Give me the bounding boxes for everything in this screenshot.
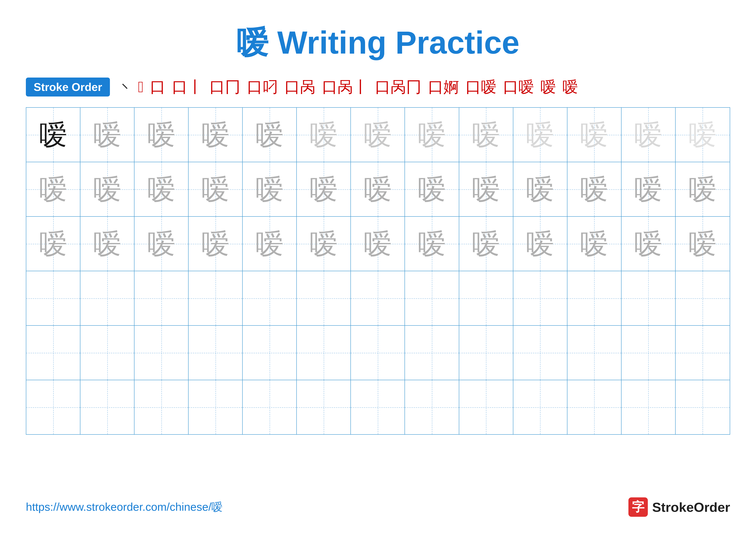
grid-cell-0-10[interactable]: 嗳 — [567, 108, 622, 162]
grid-cell-3-4[interactable] — [243, 271, 297, 325]
grid-cell-0-7[interactable]: 嗳 — [405, 108, 459, 162]
grid-cell-5-10[interactable] — [567, 380, 622, 434]
cell-char-1-12: 嗳 — [688, 175, 716, 203]
stroke-step-3: 口丨 — [172, 79, 203, 95]
grid-cell-4-5[interactable] — [297, 326, 351, 380]
cell-char-1-6: 嗳 — [364, 175, 392, 203]
grid-cell-3-7[interactable] — [405, 271, 459, 325]
grid-cell-3-1[interactable] — [80, 271, 134, 325]
grid-cell-1-4[interactable]: 嗳 — [243, 162, 297, 216]
grid-cell-2-7[interactable]: 嗳 — [405, 217, 459, 271]
grid-cell-4-0[interactable] — [26, 326, 80, 380]
grid-cell-4-10[interactable] — [567, 326, 622, 380]
grid-cell-4-4[interactable] — [243, 326, 297, 380]
grid-cell-1-8[interactable]: 嗳 — [459, 162, 513, 216]
grid-cell-0-1[interactable]: 嗳 — [80, 108, 134, 162]
grid-cell-0-2[interactable]: 嗳 — [134, 108, 189, 162]
grid-cell-4-12[interactable] — [676, 326, 730, 380]
grid-cell-2-10[interactable]: 嗳 — [567, 217, 622, 271]
grid-row-0[interactable]: 嗳嗳嗳嗳嗳嗳嗳嗳嗳嗳嗳嗳嗳 — [26, 108, 730, 162]
cell-char-2-12: 嗳 — [688, 230, 716, 258]
grid-cell-4-6[interactable] — [351, 326, 405, 380]
grid-row-5[interactable] — [26, 380, 730, 434]
footer-url[interactable]: https://www.strokeorder.com/chinese/嗳 — [26, 499, 223, 515]
grid-cell-5-7[interactable] — [405, 380, 459, 434]
grid-cell-2-4[interactable]: 嗳 — [243, 217, 297, 271]
grid-cell-5-9[interactable] — [513, 380, 567, 434]
grid-cell-0-3[interactable]: 嗳 — [189, 108, 243, 162]
cell-char-2-8: 嗳 — [472, 230, 500, 258]
grid-row-1[interactable]: 嗳嗳嗳嗳嗳嗳嗳嗳嗳嗳嗳嗳嗳 — [26, 162, 730, 217]
grid-cell-5-2[interactable] — [134, 380, 189, 434]
grid-cell-5-11[interactable] — [622, 380, 676, 434]
grid-cell-4-8[interactable] — [459, 326, 513, 380]
grid-cell-0-11[interactable]: 嗳 — [622, 108, 676, 162]
grid-cell-1-12[interactable]: 嗳 — [676, 162, 730, 216]
stroke-step-2: 口 — [150, 79, 166, 95]
grid-cell-2-9[interactable]: 嗳 — [513, 217, 567, 271]
grid-cell-2-12[interactable]: 嗳 — [676, 217, 730, 271]
grid-cell-5-0[interactable] — [26, 380, 80, 434]
grid-cell-5-8[interactable] — [459, 380, 513, 434]
grid-cell-3-8[interactable] — [459, 271, 513, 325]
grid-cell-0-9[interactable]: 嗳 — [513, 108, 567, 162]
grid-row-2[interactable]: 嗳嗳嗳嗳嗳嗳嗳嗳嗳嗳嗳嗳嗳 — [26, 217, 730, 271]
grid-cell-3-0[interactable] — [26, 271, 80, 325]
grid-cell-4-9[interactable] — [513, 326, 567, 380]
grid-cell-2-3[interactable]: 嗳 — [189, 217, 243, 271]
grid-cell-1-2[interactable]: 嗳 — [134, 162, 189, 216]
grid-cell-4-2[interactable] — [134, 326, 189, 380]
grid-cell-1-7[interactable]: 嗳 — [405, 162, 459, 216]
grid-cell-0-6[interactable]: 嗳 — [351, 108, 405, 162]
grid-row-4[interactable] — [26, 326, 730, 380]
grid-cell-2-1[interactable]: 嗳 — [80, 217, 134, 271]
grid-cell-2-2[interactable]: 嗳 — [134, 217, 189, 271]
grid-cell-1-6[interactable]: 嗳 — [351, 162, 405, 216]
cell-char-1-9: 嗳 — [526, 175, 554, 203]
grid-cell-1-5[interactable]: 嗳 — [297, 162, 351, 216]
grid-cell-4-11[interactable] — [622, 326, 676, 380]
grid-cell-0-4[interactable]: 嗳 — [243, 108, 297, 162]
grid-cell-1-0[interactable]: 嗳 — [26, 162, 80, 216]
grid-cell-4-7[interactable] — [405, 326, 459, 380]
grid-cell-1-3[interactable]: 嗳 — [189, 162, 243, 216]
grid-cell-3-5[interactable] — [297, 271, 351, 325]
grid-cell-1-11[interactable]: 嗳 — [622, 162, 676, 216]
cell-char-2-10: 嗳 — [580, 230, 608, 258]
grid-cell-0-0[interactable]: 嗳 — [26, 108, 80, 162]
grid-cell-4-1[interactable] — [80, 326, 134, 380]
grid-cell-2-6[interactable]: 嗳 — [351, 217, 405, 271]
grid-cell-3-12[interactable] — [676, 271, 730, 325]
grid-cell-4-3[interactable] — [189, 326, 243, 380]
grid-cell-3-3[interactable] — [189, 271, 243, 325]
practice-grid[interactable]: 嗳嗳嗳嗳嗳嗳嗳嗳嗳嗳嗳嗳嗳嗳嗳嗳嗳嗳嗳嗳嗳嗳嗳嗳嗳嗳嗳嗳嗳嗳嗳嗳嗳嗳嗳嗳嗳嗳嗳 — [26, 107, 730, 435]
cell-char-2-5: 嗳 — [310, 230, 338, 258]
grid-cell-3-11[interactable] — [622, 271, 676, 325]
grid-cell-5-4[interactable] — [243, 380, 297, 434]
grid-cell-3-10[interactable] — [567, 271, 622, 325]
grid-cell-3-2[interactable] — [134, 271, 189, 325]
grid-row-3[interactable] — [26, 271, 730, 326]
grid-cell-0-12[interactable]: 嗳 — [676, 108, 730, 162]
grid-cell-1-1[interactable]: 嗳 — [80, 162, 134, 216]
grid-cell-3-9[interactable] — [513, 271, 567, 325]
cell-char-0-6: 嗳 — [364, 121, 392, 149]
cell-char-1-2: 嗳 — [148, 175, 176, 203]
grid-cell-5-6[interactable] — [351, 380, 405, 434]
grid-cell-5-12[interactable] — [676, 380, 730, 434]
grid-cell-3-6[interactable] — [351, 271, 405, 325]
title-label: Writing Practice — [277, 25, 520, 60]
grid-cell-2-5[interactable]: 嗳 — [297, 217, 351, 271]
grid-cell-2-0[interactable]: 嗳 — [26, 217, 80, 271]
grid-cell-2-11[interactable]: 嗳 — [622, 217, 676, 271]
grid-cell-5-1[interactable] — [80, 380, 134, 434]
grid-cell-0-8[interactable]: 嗳 — [459, 108, 513, 162]
cell-char-2-4: 嗳 — [256, 230, 284, 258]
grid-cell-2-8[interactable]: 嗳 — [459, 217, 513, 271]
grid-cell-5-3[interactable] — [189, 380, 243, 434]
grid-cell-1-9[interactable]: 嗳 — [513, 162, 567, 216]
grid-cell-1-10[interactable]: 嗳 — [567, 162, 622, 216]
grid-cell-5-5[interactable] — [297, 380, 351, 434]
grid-cell-0-5[interactable]: 嗳 — [297, 108, 351, 162]
cell-char-1-10: 嗳 — [580, 175, 608, 203]
